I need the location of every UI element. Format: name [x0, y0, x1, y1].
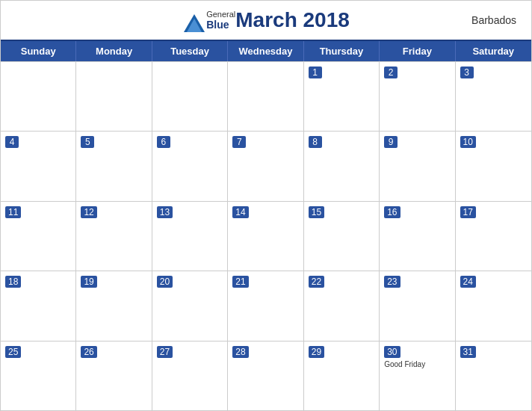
day-number: 1 [309, 67, 322, 78]
day-cell: 9 [380, 132, 455, 200]
day-cell: 20 [152, 271, 228, 340]
logo-general-text: General [206, 10, 235, 19]
day-header-sunday: Sunday [1, 41, 76, 61]
calendar-container: General Blue March 2018 Barbados SundayM… [0, 0, 532, 411]
day-number: 22 [309, 276, 324, 288]
day-cell: 28 [228, 342, 303, 410]
day-cell: 8 [304, 132, 380, 200]
day-cell: 11 [1, 202, 76, 271]
day-number: 16 [384, 206, 400, 218]
day-cell: 16 [380, 202, 455, 271]
day-number: 28 [232, 346, 248, 358]
day-number: 14 [232, 206, 248, 218]
day-headers-row: SundayMondayTuesdayWednesdayThursdayFrid… [1, 41, 531, 61]
day-number: 7 [232, 136, 246, 148]
day-header-monday: Monday [76, 41, 152, 61]
day-cell: 21 [228, 271, 303, 340]
weeks-container: 0000123456789101112131415161718192021222… [1, 61, 531, 410]
day-cell: 4 [1, 132, 76, 200]
day-cell: 2 [380, 62, 455, 131]
day-number: 6 [157, 136, 170, 148]
day-cell: 25 [1, 342, 76, 410]
day-cell: 5 [76, 132, 152, 200]
week-row-0: 0000123 [1, 61, 531, 131]
day-number: 3 [460, 67, 474, 78]
day-cell: 12 [76, 202, 152, 271]
day-cell: 13 [152, 202, 228, 271]
day-cell: 0 [228, 62, 303, 131]
day-number: 18 [5, 276, 21, 288]
week-row-2: 11121314151617 [1, 201, 531, 271]
day-cell: 10 [456, 132, 531, 200]
day-cell: 6 [152, 132, 228, 200]
day-number: 23 [384, 276, 400, 288]
day-cell: 19 [76, 271, 152, 340]
week-row-3: 18192021222324 [1, 271, 531, 340]
day-number: 20 [157, 276, 173, 288]
day-cell: 3 [456, 62, 531, 131]
day-cell: 26 [76, 342, 152, 410]
day-number: 10 [460, 136, 476, 148]
day-number: 2 [384, 67, 398, 78]
day-header-thursday: Thursday [304, 41, 380, 61]
day-cell: 23 [380, 271, 455, 340]
day-number: 13 [157, 206, 173, 218]
day-number: 21 [232, 276, 248, 288]
day-cell: 17 [456, 202, 531, 271]
day-number: 29 [309, 346, 324, 358]
day-number: 25 [5, 346, 21, 358]
day-number: 31 [460, 346, 476, 358]
day-number: 19 [81, 276, 96, 288]
day-cell: 27 [152, 342, 228, 410]
day-cell: 24 [456, 271, 531, 340]
day-number: 9 [384, 136, 398, 148]
day-cell: 0 [1, 62, 76, 131]
day-header-friday: Friday [380, 41, 455, 61]
day-cell: 0 [152, 62, 228, 131]
day-number: 24 [460, 276, 476, 288]
calendar-title: March 2018 [235, 8, 350, 32]
calendar-header: General Blue March 2018 Barbados [1, 1, 531, 40]
day-cell: 18 [1, 271, 76, 340]
day-number: 15 [309, 206, 324, 218]
week-row-4: 252627282930Good Friday31 [1, 341, 531, 410]
day-number: 4 [5, 136, 19, 148]
day-header-wednesday: Wednesday [228, 41, 303, 61]
day-header-tuesday: Tuesday [152, 41, 228, 61]
day-cell: 29 [304, 342, 380, 410]
logo-text-block: General Blue [206, 10, 235, 31]
logo: General Blue [182, 10, 235, 31]
day-number: 5 [81, 136, 94, 148]
week-row-1: 45678910 [1, 131, 531, 200]
day-cell: 22 [304, 271, 380, 340]
day-cell: 14 [228, 202, 303, 271]
day-number: 12 [81, 206, 96, 218]
country-label: Barbados [471, 14, 516, 26]
day-number: 17 [460, 206, 476, 218]
day-cell: 15 [304, 202, 380, 271]
logo-icon [182, 13, 203, 28]
day-cell: 0 [76, 62, 152, 131]
day-number: 8 [309, 136, 322, 148]
day-cell: 1 [304, 62, 380, 131]
calendar-grid: SundayMondayTuesdayWednesdayThursdayFrid… [1, 40, 531, 410]
day-cell: 31 [456, 342, 531, 410]
holiday-label: Good Friday [384, 360, 450, 368]
day-cell: 7 [228, 132, 303, 200]
day-number: 26 [81, 346, 96, 358]
day-cell: 30Good Friday [380, 342, 455, 410]
day-number: 11 [5, 206, 21, 218]
logo-blue-text: Blue [206, 19, 235, 31]
day-number: 27 [157, 346, 173, 358]
day-header-saturday: Saturday [456, 41, 531, 61]
day-number: 30 [384, 346, 400, 358]
